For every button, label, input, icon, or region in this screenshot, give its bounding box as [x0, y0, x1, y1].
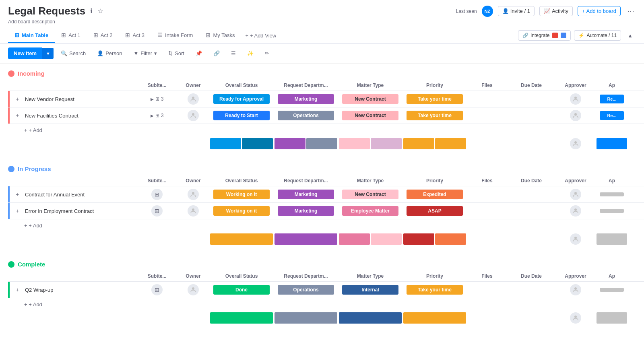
cell-subitem[interactable]: ⊞: [137, 205, 177, 217]
approver-avatar: [570, 110, 581, 121]
add-subitem-icon[interactable]: +: [13, 95, 22, 103]
add-subitem-icon[interactable]: +: [13, 111, 22, 120]
cell-dept[interactable]: Marketing: [274, 190, 338, 199]
subitem-icon: ⊞: [151, 189, 163, 200]
subitem-icon: ⊞: [151, 284, 163, 295]
group-inprogress-header: In Progress: [8, 159, 644, 175]
row-name[interactable]: New Facilities Contract: [25, 113, 78, 119]
summary-bar: [306, 138, 337, 149]
cell-owner[interactable]: [177, 205, 209, 217]
cell-matter[interactable]: New Contract: [338, 111, 402, 120]
cell-subitem[interactable]: ⊞: [137, 284, 177, 295]
group-inprogress-name[interactable]: In Progress: [18, 165, 51, 172]
cell-priority[interactable]: ASAP: [402, 206, 467, 216]
cell-ap[interactable]: [596, 209, 628, 213]
add-view-button[interactable]: + + Add View: [241, 31, 280, 41]
cell-approver[interactable]: [555, 205, 596, 217]
cell-approver[interactable]: [555, 189, 596, 200]
tab-act2[interactable]: ⊞ Act 2: [87, 28, 119, 43]
cell-owner[interactable]: [177, 110, 209, 121]
cell-dept[interactable]: Operations: [274, 285, 338, 295]
collapse-button[interactable]: ▲: [624, 33, 636, 39]
tab-main-table[interactable]: ⊞ Main Table: [8, 28, 55, 43]
person-filter-button[interactable]: 👤 Person: [93, 48, 126, 59]
activity-button[interactable]: 📈 Activity: [539, 6, 573, 16]
row-name[interactable]: New Vendor Request: [25, 96, 74, 102]
col-header-priority: Priority: [402, 83, 467, 88]
cell-status[interactable]: Working on it: [209, 206, 274, 216]
plus-add-icon: +: [24, 127, 27, 133]
cell-priority[interactable]: Take your time: [402, 94, 467, 104]
col-header-dept: Request Departm...: [274, 178, 338, 184]
tab-my-tasks[interactable]: ⊞ My Tasks: [199, 28, 241, 43]
sort-button[interactable]: ⇅ Sort: [164, 48, 188, 59]
cell-priority[interactable]: Take your time: [402, 111, 467, 120]
tab-intake-form[interactable]: ☰ Intake Form: [151, 28, 199, 43]
subitem-expand[interactable]: ▶ ⊞ 3: [151, 96, 164, 102]
cell-approver[interactable]: [555, 110, 596, 121]
subitem-expand[interactable]: ▶ ⊞ 3: [151, 113, 164, 118]
cell-status[interactable]: Working on it: [209, 190, 274, 199]
cell-dept[interactable]: Marketing: [274, 94, 338, 104]
cell-status[interactable]: Done: [209, 285, 274, 295]
add-row-inprogress[interactable]: + + Add: [8, 219, 644, 232]
cell-dept[interactable]: Marketing: [274, 206, 338, 216]
row-name[interactable]: Contract for Annual Event: [25, 192, 85, 198]
col-header-subitem: Subite...: [137, 83, 177, 88]
cell-subitem[interactable]: ⊞: [137, 189, 177, 200]
rows-icon: ☰: [231, 50, 236, 56]
add-subitem-icon[interactable]: +: [13, 285, 22, 294]
group-incoming-name[interactable]: Incoming: [18, 70, 45, 77]
summary-priority: [402, 137, 467, 150]
cell-approver[interactable]: [555, 93, 596, 105]
info-icon[interactable]: ℹ: [90, 7, 93, 15]
tab-act3[interactable]: ⊞ Act 3: [119, 28, 151, 43]
summary-approver-avatar: [555, 312, 596, 324]
magic-button[interactable]: ✨: [243, 48, 258, 59]
cell-owner[interactable]: [177, 189, 209, 200]
cell-matter[interactable]: Employee Matter: [338, 206, 402, 216]
automate-button[interactable]: ⚡ Automate / 11: [574, 30, 621, 41]
summary-dept: [274, 233, 338, 246]
filter-chevron-icon: ▾: [154, 50, 157, 56]
add-subitem-icon[interactable]: +: [13, 190, 22, 199]
search-button[interactable]: 🔍 Search: [57, 48, 90, 59]
pin-button[interactable]: 📌: [192, 48, 206, 59]
tabs-bar: ⊞ Main Table ⊞ Act 1 ⊞ Act 2 ⊞ Act 3 ☰ I…: [0, 28, 644, 43]
cell-priority[interactable]: Take your time: [402, 285, 467, 295]
invite-button[interactable]: 👤 Invite / 1: [498, 6, 535, 16]
group-complete-name[interactable]: Complete: [18, 261, 45, 268]
tab-act1[interactable]: ⊞ Act 1: [55, 28, 87, 43]
cell-owner[interactable]: [177, 93, 209, 105]
integrate-button[interactable]: 🔗 Integrate: [518, 30, 571, 41]
link-button[interactable]: 🔗: [209, 48, 224, 59]
cell-dept[interactable]: Operations: [274, 111, 338, 120]
row-name-cell: + New Facilities Contract: [10, 108, 137, 123]
cell-status[interactable]: Ready to Start: [209, 111, 274, 120]
cell-owner[interactable]: [177, 284, 209, 295]
cell-matter[interactable]: Internal: [338, 285, 402, 295]
new-item-dropdown-button[interactable]: ▼: [42, 48, 54, 59]
cell-ap[interactable]: [596, 288, 628, 292]
add-row-incoming[interactable]: + + Add: [8, 124, 644, 136]
cell-priority[interactable]: Expedited: [402, 190, 467, 199]
edit-button[interactable]: ✏: [261, 48, 273, 59]
cell-ap[interactable]: Re...: [596, 111, 628, 120]
filter-button[interactable]: ▼ Filter ▾: [129, 48, 161, 59]
star-icon[interactable]: ☆: [97, 7, 103, 15]
cell-ap[interactable]: Re...: [596, 95, 628, 103]
new-item-button[interactable]: New Item: [8, 47, 42, 59]
cell-approver[interactable]: [555, 284, 596, 295]
cell-ap[interactable]: [596, 192, 628, 196]
row-name[interactable]: Error in Employment Contract: [25, 208, 94, 214]
cell-matter[interactable]: New Contract: [338, 190, 402, 199]
row-name[interactable]: Q2 Wrap-up: [25, 287, 54, 293]
add-row-complete[interactable]: + + Add: [8, 298, 644, 311]
rows-button[interactable]: ☰: [227, 48, 240, 59]
cell-status[interactable]: Ready for Approval: [209, 94, 274, 104]
add-to-board-button[interactable]: + Add to board: [578, 6, 621, 16]
more-options-button[interactable]: ⋯: [625, 5, 636, 17]
add-subitem-icon[interactable]: +: [13, 206, 22, 215]
cell-matter[interactable]: New Contract: [338, 94, 402, 104]
board-description[interactable]: Add board description: [0, 19, 644, 28]
